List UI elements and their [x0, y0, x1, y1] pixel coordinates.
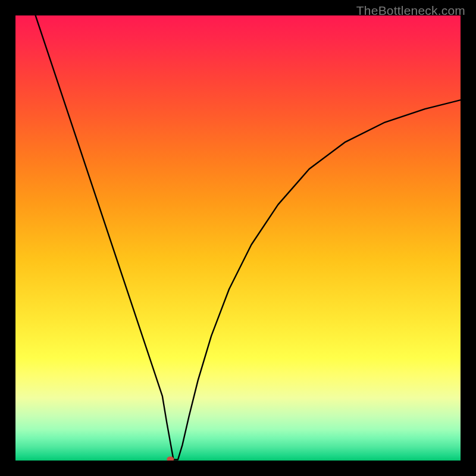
- watermark-text: TheBottleneck.com: [356, 4, 465, 18]
- chart-frame: TheBottleneck.com: [0, 0, 476, 476]
- curve-layer: [36, 15, 461, 460]
- bottleneck-curve: [36, 15, 461, 460]
- plot-area: [15, 15, 461, 461]
- chart-svg: [15, 15, 461, 461]
